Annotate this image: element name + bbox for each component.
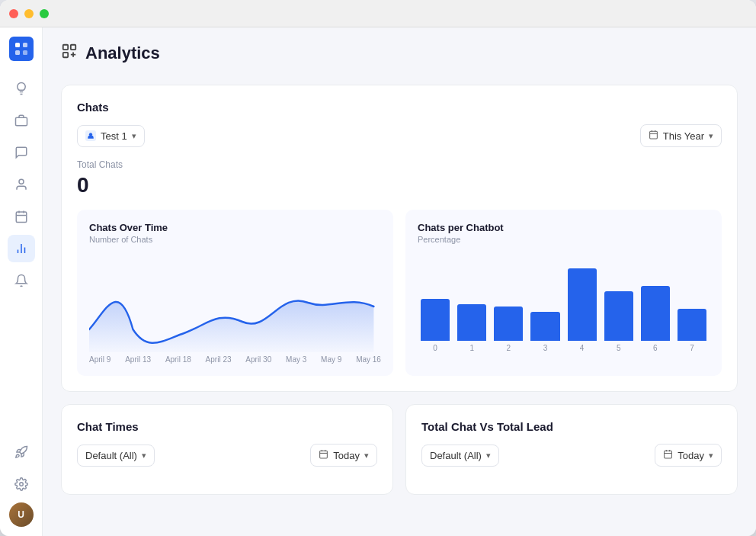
svg-rect-20: [649, 131, 657, 139]
line-chart-subtitle: Number of Chats: [89, 235, 381, 244]
chevron-down-icon-period: ▾: [709, 131, 713, 141]
sidebar-item-briefcase[interactable]: [8, 107, 35, 134]
bar-4: [568, 268, 597, 341]
bar-label-3: 3: [543, 344, 548, 352]
bar-0: [421, 299, 450, 341]
sidebar-item-rocket[interactable]: [8, 438, 35, 466]
bottom-row: Chat Times Default (All) ▾ Today ▾: [61, 404, 738, 495]
svg-rect-3: [23, 50, 27, 55]
svg-point-5: [19, 179, 24, 184]
sidebar: U: [0, 27, 43, 536]
total-chat-lead-card: Total Chat Vs Total Lead Default (All) ▾…: [405, 404, 738, 495]
sidebar-nav: [8, 75, 35, 294]
bar-5: [604, 291, 633, 341]
bar-chart-box: Chats per Chatbot Percentage 0 1: [405, 210, 722, 376]
charts-row: Chats Over Time Number of Chats: [77, 210, 722, 376]
bar-label-5: 5: [617, 344, 621, 352]
bar-chart-subtitle: Percentage: [418, 235, 710, 244]
chat-times-title: Chat Times: [77, 420, 377, 433]
bar-group-2: 2: [494, 307, 523, 352]
x-label-1: April 13: [125, 355, 151, 364]
sidebar-item-lightbulb[interactable]: [8, 75, 35, 102]
bar-1: [457, 304, 486, 341]
chevron-down-icon-lead-bot: ▾: [486, 451, 491, 461]
bar-3: [530, 312, 559, 341]
total-chats-value: 0: [77, 173, 722, 197]
bar-2: [494, 307, 523, 341]
main-content: Analytics Chats Test 1 ▾: [43, 27, 756, 536]
bot-selector-dropdown[interactable]: Test 1 ▾: [77, 125, 145, 147]
app-body: U Analytics Chats: [0, 27, 756, 536]
sidebar-item-person[interactable]: [8, 171, 35, 198]
chat-times-bot-dropdown[interactable]: Default (All) ▾: [77, 445, 155, 467]
svg-rect-16: [63, 53, 68, 57]
lead-period-dropdown[interactable]: Today ▾: [655, 444, 722, 467]
bar-label-2: 2: [507, 344, 511, 352]
app-window: U Analytics Chats: [0, 0, 756, 536]
chats-card: Chats Test 1 ▾ This Year ▾: [61, 85, 738, 392]
calendar-icon: [649, 130, 658, 142]
chat-times-card: Chat Times Default (All) ▾ Today ▾: [61, 404, 393, 495]
bar-group-1: 1: [457, 304, 486, 352]
line-chart-box: Chats Over Time Number of Chats: [77, 210, 393, 376]
cal-icon-times: [319, 449, 328, 461]
bot-selector-label: Test 1: [101, 130, 127, 142]
svg-rect-4: [15, 117, 27, 126]
x-label-4: April 30: [245, 355, 271, 364]
svg-rect-14: [63, 45, 68, 50]
x-label-2: April 18: [165, 355, 191, 364]
chats-card-title: Chats: [77, 101, 722, 114]
sidebar-bottom: U: [8, 438, 35, 527]
svg-rect-0: [15, 43, 20, 47]
total-chats-label: Total Chats: [77, 159, 722, 170]
bar-label-1: 1: [469, 344, 474, 352]
maximize-button[interactable]: [40, 9, 49, 18]
x-label-3: April 23: [206, 355, 232, 364]
page-header: Analytics: [61, 43, 738, 69]
svg-point-13: [19, 483, 23, 486]
svg-rect-2: [15, 50, 20, 55]
svg-rect-6: [16, 212, 27, 223]
bar-6: [641, 286, 670, 341]
sidebar-item-analytics[interactable]: [8, 235, 35, 262]
total-chat-lead-title: Total Chat Vs Total Lead: [421, 420, 722, 433]
bar-label-4: 4: [580, 344, 585, 352]
titlebar: [0, 0, 756, 27]
bar-group-0: 0: [421, 299, 450, 352]
chatbot-icon: [85, 130, 96, 141]
svg-rect-1: [23, 43, 27, 47]
analytics-header-icon: [61, 43, 78, 63]
total-chat-lead-controls: Default (All) ▾ Today ▾: [421, 444, 722, 467]
logo[interactable]: [9, 37, 34, 61]
bar-chart: 0 1 2 3: [418, 253, 710, 352]
chat-times-period-dropdown[interactable]: Today ▾: [310, 444, 377, 467]
chevron-down-icon-lead-period: ▾: [709, 451, 713, 461]
bar-label-6: 6: [653, 344, 658, 352]
chats-card-controls: Test 1 ▾ This Year ▾: [77, 124, 722, 147]
chat-times-controls: Default (All) ▾ Today ▾: [77, 444, 377, 467]
svg-rect-15: [71, 45, 75, 50]
chat-times-bot-label: Default (All): [85, 450, 137, 461]
bar-label-7: 7: [690, 344, 694, 352]
bar-7: [678, 309, 706, 341]
bar-label-0: 0: [433, 344, 437, 352]
line-chart: [89, 253, 381, 352]
cal-icon-lead: [663, 449, 673, 461]
lead-period-label: Today: [678, 450, 704, 461]
lead-bot-dropdown[interactable]: Default (All) ▾: [421, 445, 499, 467]
sidebar-item-bell[interactable]: [8, 267, 35, 294]
avatar[interactable]: U: [9, 502, 34, 527]
bar-chart-title: Chats per Chatbot: [418, 222, 710, 233]
sidebar-item-calendar[interactable]: [8, 203, 35, 230]
bar-group-3: 3: [530, 312, 559, 352]
close-button[interactable]: [9, 9, 18, 18]
minimize-button[interactable]: [24, 9, 34, 18]
sidebar-item-settings[interactable]: [8, 470, 35, 498]
bar-group-4: 4: [568, 268, 597, 352]
x-label-5: May 3: [286, 355, 306, 364]
x-axis-labels: April 9 April 13 April 18 April 23 April…: [89, 355, 381, 364]
sidebar-item-chat[interactable]: [8, 139, 35, 166]
period-selector-dropdown[interactable]: This Year ▾: [640, 124, 722, 147]
lead-bot-label: Default (All): [430, 450, 482, 461]
chevron-down-icon: ▾: [132, 131, 136, 141]
